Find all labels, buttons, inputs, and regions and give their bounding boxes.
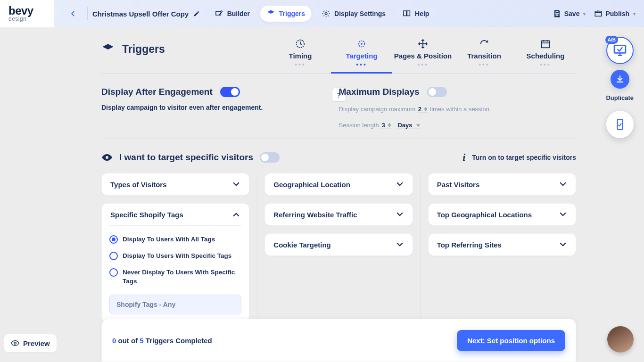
chevron-down-icon bbox=[396, 180, 404, 189]
max-displays-title: Maximum Displays bbox=[339, 87, 420, 97]
layers-icon bbox=[267, 9, 275, 18]
clock-icon bbox=[270, 39, 331, 50]
save-icon bbox=[553, 9, 561, 18]
fab-mobile-preview[interactable] bbox=[606, 111, 634, 138]
max-displays-col: Maximum Displays Display campaign maximu… bbox=[339, 87, 577, 129]
session-length-input[interactable]: 3 bbox=[380, 122, 391, 129]
calendar-icon bbox=[515, 39, 576, 50]
radio-icon bbox=[109, 268, 118, 277]
svg-point-6 bbox=[106, 156, 108, 159]
next-button[interactable]: Next: Set position options bbox=[457, 330, 565, 351]
acc-referring: Referring Website Traffic bbox=[264, 203, 413, 226]
builder-icon bbox=[215, 9, 223, 18]
back-button[interactable] bbox=[64, 4, 83, 23]
nav-right: Save ▾ Publish ▾ bbox=[553, 9, 636, 18]
logo[interactable]: bevy design bbox=[0, 0, 54, 27]
rotate-icon bbox=[454, 39, 515, 50]
tab-pages-label: Pages & Position bbox=[392, 52, 454, 60]
radio-specific-tags[interactable]: Display To Users With Specific Tags bbox=[109, 248, 241, 264]
acc-head-shopify[interactable]: Specific Shopify Tags bbox=[102, 204, 249, 225]
topbar: bevy design Christmas Upsell Offer Copy … bbox=[0, 0, 644, 27]
tab-targeting[interactable]: Targeting ••• bbox=[331, 36, 392, 73]
max-displays-line2: Session length 3 Days bbox=[339, 122, 577, 129]
svg-rect-8 bbox=[617, 119, 622, 130]
display-after-toggle[interactable] bbox=[220, 87, 240, 97]
save-button[interactable]: Save ▾ bbox=[553, 9, 586, 18]
acc-head-topref[interactable]: Top Referring Sites bbox=[429, 234, 576, 255]
book-icon bbox=[403, 9, 411, 18]
publish-icon bbox=[594, 9, 603, 18]
publish-button[interactable]: Publish ▾ bbox=[594, 9, 636, 18]
footer-bar: 0 out of 5 Triggers Completed Next: Set … bbox=[101, 319, 576, 362]
chevron-down-icon bbox=[396, 240, 404, 249]
tab-scheduling[interactable]: Scheduling ••• bbox=[515, 36, 576, 73]
nav-triggers[interactable]: Triggers bbox=[260, 6, 312, 22]
gear-icon bbox=[322, 9, 330, 18]
target-heading: I want to target specific visitors bbox=[119, 152, 253, 163]
chevron-down-icon bbox=[559, 180, 567, 189]
fab-column: A/B Duplicate bbox=[606, 37, 634, 138]
footer-progress: 0 out of 5 Triggers Completed bbox=[112, 337, 212, 345]
tab-timing[interactable]: Timing ••• bbox=[270, 36, 331, 73]
radio-icon bbox=[109, 235, 118, 244]
edit-icon[interactable] bbox=[193, 10, 200, 17]
nav-display-settings[interactable]: Display Settings bbox=[315, 6, 392, 22]
nav-builder-label: Builder bbox=[227, 10, 250, 17]
acc-head-topgeo[interactable]: Top Geographical Locations bbox=[429, 204, 576, 225]
cards-col-2: Geographical Location Referring Website … bbox=[257, 173, 420, 330]
nav-triggers-label: Triggers bbox=[279, 10, 305, 17]
display-after-title: Display After Engagement bbox=[101, 87, 213, 97]
acc-head-types[interactable]: Types of Visitors bbox=[102, 173, 249, 195]
acc-cookie: Cookie Targeting bbox=[264, 233, 413, 256]
session-unit-select[interactable]: Days bbox=[396, 122, 421, 129]
chevron-left-icon bbox=[70, 9, 76, 18]
acc-head-past[interactable]: Past Visitors bbox=[429, 173, 576, 195]
max-displays-toggle[interactable] bbox=[427, 87, 447, 97]
chevron-down-icon bbox=[396, 210, 404, 219]
logo-brand: bevy bbox=[8, 5, 33, 16]
max-displays-count-input[interactable]: 2 bbox=[417, 106, 428, 113]
chevron-down-icon bbox=[559, 240, 567, 249]
target-heading-row: I want to target specific visitors i Tur… bbox=[101, 139, 576, 173]
acc-head-referring[interactable]: Referring Website Traffic bbox=[265, 204, 412, 225]
radio-never-tags[interactable]: Never Display To Users With Specific Tag… bbox=[109, 264, 241, 290]
nav-center: Builder Triggers Display Settings Help bbox=[208, 6, 436, 22]
cards-col-1: Types of Visitors Specific Shopify Tags … bbox=[101, 173, 257, 330]
nav-help[interactable]: Help bbox=[396, 6, 436, 22]
ab-badge: A/B bbox=[605, 36, 618, 44]
tab-pages[interactable]: Pages & Position ••• bbox=[392, 36, 454, 73]
acc-past-visitors: Past Visitors bbox=[428, 173, 576, 196]
fab-desktop-preview[interactable]: A/B bbox=[606, 37, 634, 64]
radio-icon bbox=[109, 252, 118, 260]
tabs: Timing ••• Targeting ••• Pages & Positio… bbox=[270, 36, 576, 73]
fab-duplicate-label: Duplicate bbox=[606, 94, 634, 101]
acc-head-geo[interactable]: Geographical Location bbox=[265, 173, 412, 195]
target-hint: i Turn on to target specific visitors bbox=[462, 151, 576, 164]
nav-display-label: Display Settings bbox=[334, 10, 386, 17]
preview-button[interactable]: Preview bbox=[4, 334, 57, 353]
acc-head-cookie[interactable]: Cookie Targeting bbox=[265, 234, 412, 255]
chevron-down-icon bbox=[559, 210, 567, 219]
publish-label: Publish bbox=[605, 10, 629, 17]
fab-download[interactable] bbox=[611, 70, 629, 89]
svg-rect-5 bbox=[542, 41, 550, 48]
chevron-down-icon bbox=[232, 180, 240, 189]
avatar[interactable] bbox=[607, 326, 634, 353]
tab-targeting-label: Targeting bbox=[331, 52, 392, 60]
save-label: Save bbox=[564, 10, 580, 17]
eye-icon bbox=[11, 339, 19, 347]
target-toggle[interactable] bbox=[260, 152, 280, 163]
display-after-desc: Display campaign to visitor even after e… bbox=[101, 104, 339, 111]
campaign-title: Christmas Upsell Offer Copy bbox=[92, 10, 189, 18]
mobile-check-icon bbox=[614, 118, 626, 131]
shopify-tags-chip[interactable]: Shopify Tags - Any bbox=[109, 295, 241, 314]
radio-all-tags[interactable]: Display To Users With All Tags bbox=[109, 231, 241, 248]
nav-help-label: Help bbox=[415, 10, 429, 17]
target-icon bbox=[331, 39, 392, 50]
svg-rect-1 bbox=[595, 11, 602, 16]
tab-transition[interactable]: Transition ••• bbox=[454, 36, 515, 73]
preview-label: Preview bbox=[23, 339, 50, 347]
eye-icon bbox=[101, 152, 113, 163]
nav-builder[interactable]: Builder bbox=[208, 6, 256, 22]
header-row: Triggers Timing ••• Targeting ••• Pages … bbox=[101, 36, 576, 74]
